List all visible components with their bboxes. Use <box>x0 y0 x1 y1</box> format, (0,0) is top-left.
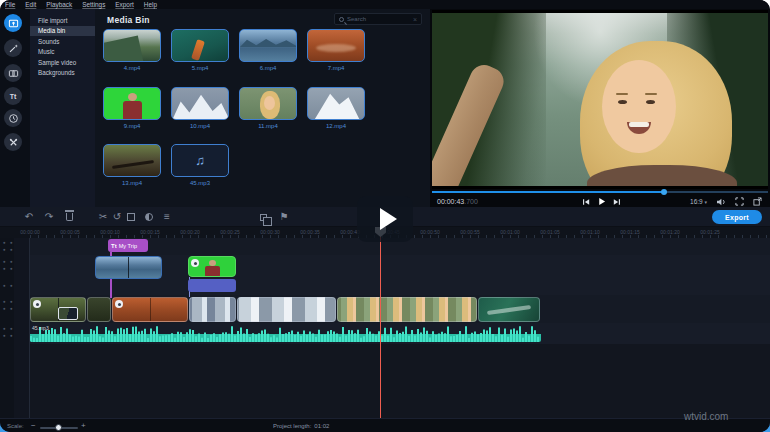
media-item[interactable]: 4.mp4 <box>103 29 165 87</box>
media-thumbnail-4mp4[interactable] <box>103 29 161 62</box>
video-clip-kayak[interactable] <box>478 297 540 322</box>
search-input[interactable] <box>347 16 410 22</box>
clip-badge[interactable] <box>33 300 41 308</box>
media-item[interactable]: 11.mp4 <box>239 87 301 145</box>
media-thumbnail-5mp4[interactable] <box>171 29 229 62</box>
title-clip[interactable]: Tt My Trip <box>108 239 148 252</box>
aspect-ratio-dropdown[interactable]: 16:9 ▾ <box>690 198 707 205</box>
track-control-icons[interactable] <box>3 247 14 252</box>
previous-frame-icon[interactable] <box>582 198 590 206</box>
library-item-sample-video[interactable]: Sample video <box>30 57 95 68</box>
undo-icon[interactable]: ↶ <box>22 210 36 224</box>
volume-icon[interactable] <box>716 198 726 206</box>
menu-playback[interactable]: Playback <box>46 1 72 8</box>
media-item-label: 12.mp4 <box>307 123 365 129</box>
menu-edit[interactable]: Edit <box>25 1 36 8</box>
transition-indicator[interactable] <box>58 307 78 320</box>
library-item-file-import[interactable]: File import <box>30 15 95 26</box>
audio-clip[interactable]: 45.mp3 <box>30 324 541 342</box>
detach-window-icon[interactable] <box>753 197 762 206</box>
redo-icon[interactable]: ↷ <box>42 210 56 224</box>
marker-flag-icon[interactable]: ⚑ <box>277 210 291 224</box>
library-item-sounds[interactable]: Sounds <box>30 36 95 47</box>
play-overlay-button[interactable] <box>357 196 413 242</box>
track-control-icons[interactable] <box>3 299 14 304</box>
media-thumbnail-7mp4[interactable] <box>307 29 365 62</box>
project-length-value: 01:02 <box>314 423 329 429</box>
color-adjustments-icon[interactable] <box>142 210 156 224</box>
video-clip-desert[interactable] <box>112 297 188 322</box>
track-control-icons[interactable] <box>3 333 14 338</box>
media-item[interactable]: 12.mp4 <box>307 87 369 145</box>
clock-icon[interactable] <box>4 109 22 127</box>
contrast-shape <box>145 213 153 221</box>
track-control-icons[interactable] <box>3 266 14 271</box>
search-box[interactable]: × <box>334 13 422 25</box>
seek-handle[interactable] <box>661 189 667 195</box>
menu-help[interactable]: Help <box>144 1 157 8</box>
media-item[interactable]: 13.mp4 <box>103 144 165 202</box>
clip-badge[interactable] <box>191 259 199 267</box>
track-control-icons[interactable] <box>3 306 14 311</box>
titles-icon[interactable]: Tt <box>4 87 22 105</box>
video-clip-forest-2[interactable] <box>87 297 111 322</box>
filters-wand-icon[interactable] <box>4 39 22 57</box>
tools-icon[interactable] <box>4 133 22 151</box>
ruler-label: 00:01:20 <box>655 229 685 235</box>
library-item-music[interactable]: Music <box>30 47 95 58</box>
menu-file[interactable]: File <box>5 1 15 8</box>
next-frame-icon[interactable] <box>613 198 621 206</box>
fit-screen-icon[interactable] <box>735 197 744 206</box>
clip-properties-icon[interactable]: ≡ <box>160 210 174 224</box>
video-clip-snow-peak[interactable] <box>237 297 336 322</box>
media-item[interactable]: 6.mp4 <box>239 29 301 87</box>
timeline-empty-area[interactable] <box>0 344 770 418</box>
media-import-icon[interactable] <box>4 14 22 32</box>
menu-export[interactable]: Export <box>115 1 133 8</box>
zoom-out-button[interactable]: − <box>31 421 36 430</box>
media-thumbnail-10mp4[interactable] <box>171 87 229 120</box>
track-control-icons[interactable] <box>3 326 14 331</box>
media-item[interactable]: 10.mp4 <box>171 87 233 145</box>
zoom-in-button[interactable]: + <box>81 421 86 430</box>
track-control-icons[interactable] <box>3 240 14 245</box>
project-length-label: Project length: <box>273 423 311 429</box>
media-item[interactable]: 9.mp4 <box>103 87 165 145</box>
media-item[interactable]: ♫45.mp3 <box>171 144 233 202</box>
current-time-ms: .700 <box>464 198 478 205</box>
video-clip-mountains[interactable] <box>189 297 236 322</box>
ruler-label: 00:01:10 <box>575 229 605 235</box>
preview-video[interactable] <box>432 10 768 189</box>
media-thumbnail-11mp4[interactable] <box>239 87 297 120</box>
split-scissors-icon[interactable]: ✂ <box>96 210 110 224</box>
playhead-line[interactable] <box>380 227 381 418</box>
menu-settings[interactable]: Settings <box>82 1 105 8</box>
linked-audio-clip[interactable] <box>188 279 236 292</box>
titles-icon-text: Tt <box>10 93 17 100</box>
media-item-label: 10.mp4 <box>171 123 229 129</box>
media-thumbnail-13mp4[interactable] <box>103 144 161 177</box>
rotate-icon[interactable]: ↺ <box>110 210 124 224</box>
media-thumbnail-6mp4[interactable] <box>239 29 297 62</box>
track-control-icons[interactable] <box>3 259 14 264</box>
overlap-icon[interactable] <box>256 210 270 224</box>
media-thumbnail-12mp4[interactable] <box>307 87 365 120</box>
crop-icon[interactable] <box>124 210 138 224</box>
library-item-backgrounds[interactable]: Backgrounds <box>30 68 95 79</box>
export-button[interactable]: Export <box>712 210 762 224</box>
media-item[interactable]: 5.mp4 <box>171 29 233 87</box>
preview-seek-bar[interactable] <box>432 191 768 193</box>
play-icon[interactable] <box>597 197 606 206</box>
delete-icon[interactable] <box>62 210 76 224</box>
library-item-media-bin[interactable]: Media bin <box>30 26 95 37</box>
transitions-icon[interactable] <box>4 64 22 82</box>
video-clip-woman[interactable] <box>337 297 477 322</box>
media-item[interactable]: 7.mp4 <box>307 29 369 87</box>
overlay-clip-lake[interactable] <box>95 256 162 279</box>
zoom-slider-handle[interactable] <box>55 424 62 431</box>
media-thumbnail-9mp4[interactable] <box>103 87 161 120</box>
media-thumbnail-45mp3[interactable]: ♫ <box>171 144 229 177</box>
track-control-icons[interactable] <box>3 283 14 288</box>
clear-search-icon[interactable]: × <box>413 16 417 23</box>
clip-badge[interactable] <box>115 300 123 308</box>
